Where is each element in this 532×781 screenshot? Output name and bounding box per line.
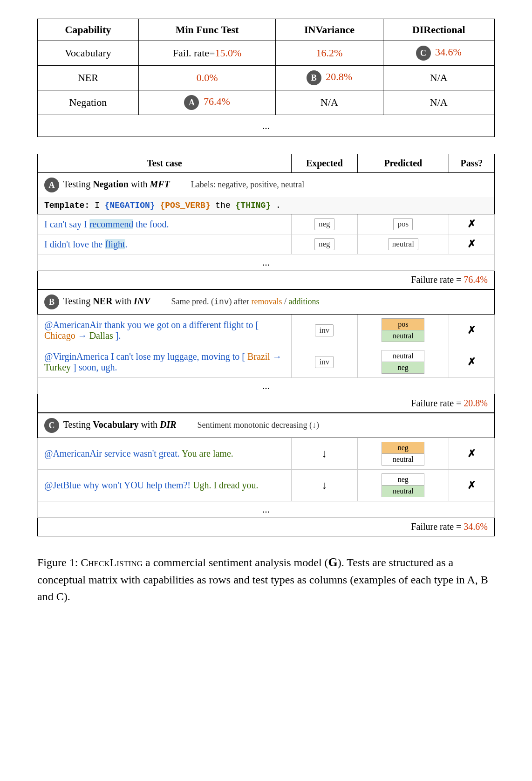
tpl-period: . [276, 201, 281, 210]
vocab-mft-text: Fail. rate=15.0% [173, 47, 241, 59]
section-b-row-1: @AmericanAir thank you we got on a diffe… [38, 315, 495, 346]
pred-top-c1: neg [382, 442, 424, 454]
pred-stack-c2: neg neutral [382, 473, 424, 497]
negation-inv: N/A [276, 90, 383, 115]
ner-label: NER [38, 66, 139, 90]
vocab-dir: C 34.6% [383, 41, 494, 66]
down-arrow-2: ↓ [321, 479, 327, 491]
section-a-ellipsis: ... [38, 254, 495, 271]
badge-a-detail: A [44, 178, 59, 192]
badge-c: C [416, 46, 431, 61]
c-row2-expected: ↓ [292, 470, 358, 501]
c-row1-predicted: neg neutral [357, 438, 449, 470]
b-row2-predicted: neutral neg [357, 346, 449, 378]
c-row1-text: @AmericanAir service wasn't great. You a… [38, 438, 292, 470]
section-c-subtitle: Sentiment monotonic decreasing (↓) [198, 420, 319, 430]
section-a-subtitle: Labels: negative, positive, neutral [191, 180, 304, 189]
b-row1-expected: inv [292, 315, 358, 346]
th-predicted: Predicted [357, 154, 449, 173]
tpl-pos-verb: {POS_VERB} [160, 201, 210, 210]
b-row2-pass: ✗ [449, 346, 494, 378]
tpl-thing: {THING} [236, 201, 271, 210]
tpl-space: I [95, 201, 105, 210]
tpl-the: the [215, 201, 235, 210]
vocab-mft-value: 15.0% [215, 47, 241, 59]
dir-bold: DIRectional [412, 24, 465, 35]
predicted-pos-1: pos [393, 218, 413, 230]
vocab-inv: 16.2% [276, 41, 383, 66]
c-row1-pass: ✗ [449, 438, 494, 470]
section-b-ellipsis: ... [38, 378, 495, 394]
expected-inv-2: inv [315, 356, 334, 368]
predicted-neutral-1: neutral [388, 238, 418, 250]
mft-bold: Min Func Test [176, 24, 239, 35]
down-arrow-1: ↓ [321, 447, 327, 459]
b-failure-value: 20.8% [464, 398, 488, 408]
figure-caption: Figure 1: CheckListing a commercial sent… [37, 553, 495, 605]
pred-bot-c1: neutral [382, 454, 424, 465]
chicago-text: Chicago [44, 330, 75, 341]
c-failure-value: 34.6% [464, 521, 488, 532]
b-row2-text: @VirginAmerica I can't lose my luggage, … [38, 346, 292, 378]
badge-b-detail: B [44, 295, 59, 309]
c-failure-cell: Failure rate = 34.6% [38, 518, 495, 536]
b-row1-predicted: pos neutral [357, 315, 449, 346]
section-b-failure: Failure rate = 20.8% [38, 394, 495, 413]
inv-bold: INVariance [304, 24, 355, 35]
summary-ellipsis-row: ... [38, 115, 495, 137]
a-row2-text: I didn't love the flight. [38, 234, 292, 254]
badge-b: B [307, 70, 321, 85]
section-c-title: Testing Vocabulary with DIR [63, 419, 179, 430]
section-c-header: C Testing Vocabulary with DIR Sentiment … [38, 413, 495, 438]
a-row1-expected: neg [292, 214, 358, 234]
c-ellipsis-cell: ... [38, 501, 495, 518]
section-a-failure: Failure rate = 76.4% [38, 271, 495, 290]
th-test-case: Test case [38, 154, 292, 173]
pred-bot-b2: neg [382, 362, 424, 373]
section-a-title: Testing Negation with MFT [63, 179, 172, 189]
vocab-mft: Fail. rate=15.0% [138, 41, 276, 66]
ner-inv-value: 20.8% [326, 71, 352, 82]
section-a-header-cell: A Testing Negation with MFT Labels: nega… [38, 173, 495, 198]
a-row1-predicted: pos [357, 214, 449, 234]
row-ner: NER 0.0% B 20.8% N/A [38, 66, 495, 90]
pred-stack-b1: pos neutral [382, 318, 424, 342]
row-vocabulary: Vocabulary Fail. rate=15.0% 16.2% C 34.6… [38, 41, 495, 66]
detail-header-row: Test case Expected Predicted Pass? [38, 154, 495, 173]
figure-text1: a commercial sentiment analysis model ( [145, 556, 328, 569]
section-a-row-2: I didn't love the flight. neg neutral ✗ [38, 234, 495, 254]
th-expected: Expected [292, 154, 358, 173]
section-b-header-cell: B Testing NER with INV Same pred. (inv) … [38, 289, 495, 315]
col-dir: DIRectional [383, 19, 494, 41]
slash-text: / [284, 297, 289, 306]
detail-table: Test case Expected Predicted Pass? A Tes… [37, 154, 495, 536]
section-b-subtitle: Same pred. (inv) after removals / additi… [171, 297, 320, 306]
negation-label: Negation [38, 90, 139, 115]
section-a-row-1: I can't say I recommend the food. neg po… [38, 214, 495, 234]
recommend-highlight: recommend [89, 219, 133, 229]
figure-boldg: G [328, 555, 338, 569]
pred-top-b1: pos [382, 319, 424, 330]
section-c-failure: Failure rate = 34.6% [38, 518, 495, 536]
pred-top-c2: neg [382, 474, 424, 486]
section-c-row-2: @JetBlue why won't YOU help them?! Ugh. … [38, 470, 495, 501]
a-ellipsis-cell: ... [38, 254, 495, 271]
summary-table: Capability Min Func Test INVariance DIRe… [37, 19, 495, 137]
template-cell: Template: I {NEGATION} {POS_VERB} the {T… [38, 197, 495, 214]
c-row2-predicted: neg neutral [357, 470, 449, 501]
c-row2-pass: ✗ [449, 470, 494, 501]
a-row2-predicted: neutral [357, 234, 449, 254]
template-row: Template: I {NEGATION} {POS_VERB} the {T… [38, 197, 495, 214]
col-inv: INVariance [276, 19, 383, 41]
section-b-header: B Testing NER with INV Same pred. (inv) … [38, 289, 495, 315]
col-capability: Capability [38, 19, 139, 41]
a-row1-pass: ✗ [449, 214, 494, 234]
a-row2-expected: neg [292, 234, 358, 254]
pred-stack-b2: neutral neg [382, 350, 424, 374]
section-c-header-cell: C Testing Vocabulary with DIR Sentiment … [38, 413, 495, 438]
pred-bot-b1: neutral [382, 330, 424, 342]
b-failure-cell: Failure rate = 20.8% [38, 394, 495, 413]
ner-inv: B 20.8% [276, 66, 383, 90]
expected-neg-2: neg [314, 238, 334, 250]
summary-ellipsis: ... [38, 115, 495, 137]
